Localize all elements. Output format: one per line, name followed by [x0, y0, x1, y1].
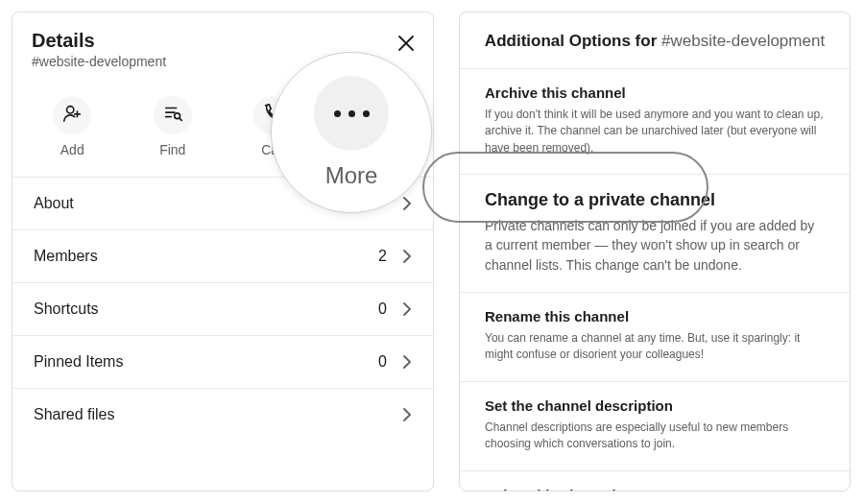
- close-icon: [395, 41, 418, 58]
- additional-options-panel: Additional Options for #website-developm…: [459, 12, 851, 492]
- chevron-right-icon: [402, 302, 412, 316]
- option-change-private[interactable]: Change to a private channel Private chan…: [460, 175, 850, 293]
- pinned-count: 0: [378, 353, 387, 371]
- chevron-right-icon: [402, 250, 412, 263]
- svg-line-9: [180, 118, 181, 120]
- chevron-right-icon: [402, 408, 412, 421]
- more-dots-icon: [314, 76, 389, 151]
- svg-point-2: [67, 107, 74, 113]
- find-button[interactable]: Find: [139, 96, 206, 157]
- action-label-add: Add: [60, 142, 84, 157]
- additional-options-header: Additional Options for #website-developm…: [460, 12, 850, 69]
- more-label: More: [325, 162, 378, 189]
- section-pinned[interactable]: Pinned Items 0: [12, 336, 433, 389]
- option-delete[interactable]: Delete this channel Deleting a channel w…: [460, 471, 850, 492]
- find-list-search-icon: [162, 103, 183, 128]
- close-button[interactable]: [395, 32, 418, 55]
- section-shortcuts[interactable]: Shortcuts 0: [12, 283, 433, 336]
- members-count: 2: [378, 248, 387, 265]
- details-title: Details: [32, 30, 414, 52]
- action-label-find: Find: [159, 142, 185, 157]
- option-description[interactable]: Set the channel description Channel desc…: [460, 382, 850, 471]
- add-person-icon: [61, 103, 83, 128]
- option-rename[interactable]: Rename this channel You can rename a cha…: [460, 293, 850, 382]
- more-button-magnified[interactable]: More: [271, 52, 432, 213]
- chevron-right-icon: [402, 355, 412, 369]
- section-members[interactable]: Members 2: [12, 230, 433, 283]
- add-button[interactable]: Add: [38, 96, 106, 157]
- header-channel: #website-development: [661, 32, 825, 50]
- shortcuts-count: 0: [378, 300, 387, 318]
- chevron-right-icon: [402, 197, 412, 210]
- option-archive[interactable]: Archive this channel If you don't think …: [460, 69, 850, 175]
- header-prefix: Additional Options for: [485, 32, 661, 50]
- section-shared-files[interactable]: Shared files: [12, 389, 433, 441]
